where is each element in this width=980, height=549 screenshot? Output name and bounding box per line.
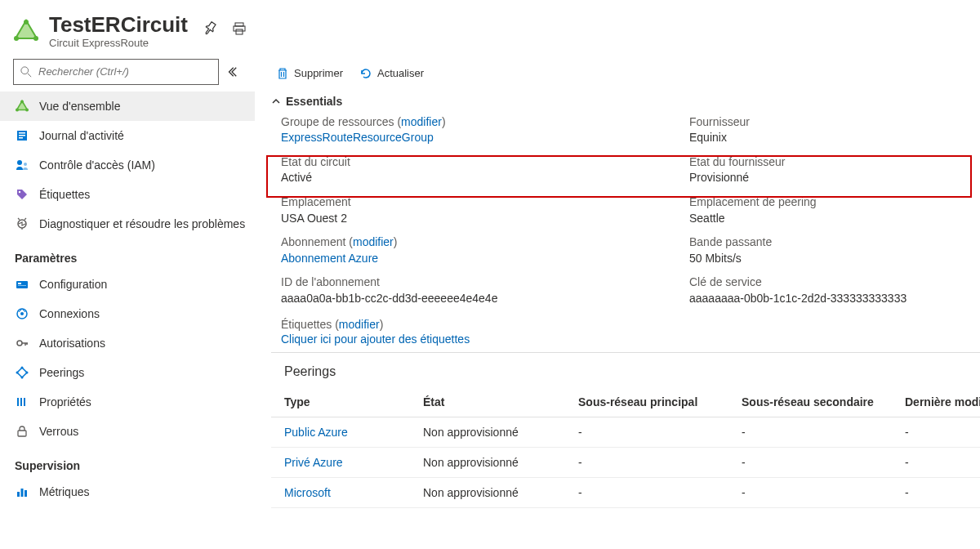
- print-icon[interactable]: [232, 21, 247, 36]
- config-icon: [15, 278, 29, 291]
- lock-icon: [15, 425, 29, 438]
- col-state[interactable]: État: [410, 389, 565, 417]
- connections-icon: [15, 307, 29, 320]
- tag-icon: [15, 188, 29, 201]
- svg-rect-21: [16, 281, 28, 288]
- sidebar-item-label: Étiquettes: [39, 188, 90, 201]
- chevron-up-icon: [271, 96, 281, 106]
- resource-group-link[interactable]: ExpressRouteResourceGroup: [281, 130, 689, 146]
- delete-button[interactable]: Supprimer: [271, 64, 348, 83]
- sidebar-item-configuration[interactable]: Configuration: [0, 270, 255, 299]
- search-input[interactable]: [37, 65, 212, 78]
- resource-type-label: Circuit ExpressRoute: [49, 37, 188, 49]
- sidebar-item-label: Vue d'ensemble: [39, 100, 120, 113]
- sidebar-item-locks[interactable]: Verrous: [0, 417, 255, 446]
- sidebar-item-label: Métriques: [39, 485, 89, 498]
- resource-group-modify-link[interactable]: modifier: [401, 115, 442, 128]
- peerings-table: Type État Sous-réseau principal Sous-rés…: [271, 389, 980, 508]
- subscription-id-value: aaaa0a0a-bb1b-cc2c-dd3d-eeeeee4e4e4e: [281, 291, 689, 307]
- sidebar-item-overview[interactable]: Vue d'ensemble: [0, 92, 255, 121]
- sidebar-item-iam[interactable]: Contrôle d'accès (IAM): [0, 150, 255, 180]
- expressroute-icon: [15, 100, 29, 113]
- svg-point-7: [21, 66, 29, 74]
- peerings-title: Peerings: [271, 353, 980, 389]
- table-row[interactable]: Microsoft Non approvisionné - - -: [271, 478, 980, 508]
- sidebar-item-tags[interactable]: Étiquettes: [0, 180, 255, 209]
- svg-rect-4: [235, 23, 243, 26]
- search-input-wrapper[interactable]: [13, 59, 219, 85]
- col-primary[interactable]: Sous-réseau principal: [565, 389, 728, 417]
- svg-rect-32: [20, 398, 22, 406]
- subscription-modify-link[interactable]: modifier: [353, 235, 394, 248]
- svg-point-12: [16, 108, 19, 111]
- table-row[interactable]: Privé Azure Non approvisionné - - -: [271, 448, 980, 478]
- collapse-sidebar-button[interactable]: [219, 59, 245, 85]
- svg-rect-15: [19, 135, 25, 136]
- col-lastmod[interactable]: Dernière modifica: [892, 389, 980, 417]
- expressroute-icon: [13, 18, 39, 44]
- col-secondary[interactable]: Sous-réseau secondaire: [728, 389, 892, 417]
- service-key-label: Clé de service: [689, 274, 980, 291]
- peering-type-link[interactable]: Microsoft: [284, 486, 331, 499]
- table-row[interactable]: Public Azure Non approvisionné - - -: [271, 417, 980, 448]
- peering-secondary: -: [728, 417, 892, 448]
- essentials-toggle[interactable]: Essentials: [271, 92, 980, 114]
- subscription-label: Abonnement (modifier): [281, 234, 689, 251]
- svg-rect-5: [234, 26, 245, 31]
- page-title: TestERCircuit: [49, 13, 188, 37]
- properties-icon: [15, 395, 29, 408]
- pin-icon[interactable]: [203, 21, 217, 36]
- sidebar-section-settings: Paramètres: [0, 239, 255, 270]
- sidebar-item-label: Contrôle d'accès (IAM): [39, 158, 155, 172]
- peering-lastmod: -: [892, 417, 980, 448]
- sidebar-item-label: Peerings: [39, 366, 84, 379]
- add-tags-link[interactable]: Cliquer ici pour ajouter des étiquettes: [281, 333, 470, 346]
- resource-group-label: Groupe de ressources (modifier): [281, 114, 689, 131]
- svg-point-17: [17, 160, 22, 165]
- sidebar-item-peerings[interactable]: Peerings: [0, 358, 255, 387]
- peering-secondary: -: [728, 448, 892, 478]
- svg-rect-34: [18, 431, 26, 436]
- circuit-state-value: Activé: [281, 170, 689, 186]
- provider-label: Fournisseur: [689, 114, 980, 131]
- provider-value: Equinix: [689, 130, 980, 146]
- peering-primary: -: [565, 478, 728, 508]
- tags-modify-link[interactable]: modifier: [339, 318, 380, 331]
- sidebar-item-connections[interactable]: Connexions: [0, 299, 255, 328]
- sidebar-item-label: Autorisations: [39, 337, 105, 350]
- peering-lastmod: -: [892, 478, 980, 508]
- sidebar-item-diagnose[interactable]: Diagnostiquer et résoudre les problèmes: [0, 209, 255, 239]
- refresh-button[interactable]: Actualiser: [354, 64, 429, 83]
- provider-state-value: Provisionné: [689, 170, 980, 186]
- svg-rect-6: [236, 29, 243, 34]
- svg-point-30: [16, 371, 19, 373]
- sidebar-section-supervision: Supervision: [0, 446, 255, 477]
- svg-rect-33: [24, 398, 25, 406]
- refresh-label: Actualiser: [377, 67, 424, 79]
- sidebar-item-activity-log[interactable]: Journal d'activité: [0, 121, 255, 150]
- trash-icon: [276, 67, 289, 80]
- sidebar-item-properties[interactable]: Propriétés: [0, 387, 255, 417]
- peering-type-link[interactable]: Public Azure: [284, 426, 348, 439]
- activity-log-icon: [15, 129, 29, 142]
- refresh-icon: [359, 67, 372, 80]
- peering-location-value: Seattle: [689, 211, 980, 227]
- sidebar-item-metrics[interactable]: Métriques: [0, 477, 255, 507]
- subscription-link[interactable]: Abonnement Azure: [281, 251, 689, 267]
- service-key-value: aaaaaaaa-0b0b-1c1c-2d2d-333333333333: [689, 291, 980, 307]
- svg-point-25: [20, 312, 24, 315]
- svg-point-3: [14, 36, 19, 41]
- subscription-id-label: ID de l'abonnement: [281, 274, 689, 291]
- sidebar-item-label: Diagnostiquer et résoudre les problèmes: [39, 217, 245, 230]
- col-type[interactable]: Type: [271, 389, 410, 417]
- delete-label: Supprimer: [294, 67, 343, 79]
- peering-location-label: Emplacement de peering: [689, 194, 980, 211]
- svg-point-18: [24, 163, 27, 166]
- svg-rect-14: [19, 132, 25, 134]
- metrics-icon: [15, 485, 29, 498]
- svg-point-19: [19, 190, 20, 192]
- peering-primary: -: [565, 448, 728, 478]
- sidebar-item-authorizations[interactable]: Autorisations: [0, 328, 255, 358]
- peering-type-link[interactable]: Privé Azure: [284, 456, 343, 469]
- svg-point-10: [20, 100, 24, 103]
